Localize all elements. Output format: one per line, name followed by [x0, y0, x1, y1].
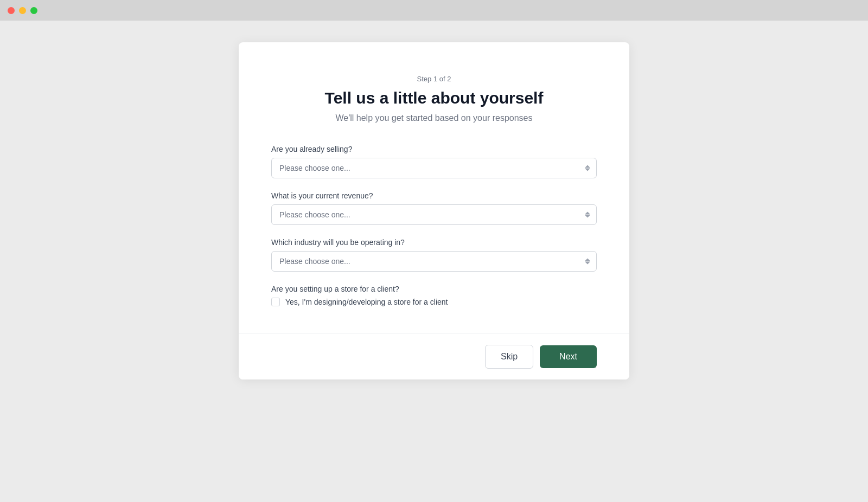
maximize-button[interactable] [30, 7, 37, 14]
industry-label: Which industry will you be operating in? [271, 238, 597, 247]
industry-select-wrapper: Please choose one... [271, 251, 597, 272]
client-checkbox-row: Yes, I'm designing/developing a store fo… [271, 298, 597, 306]
selling-select[interactable]: Please choose one... [271, 158, 597, 178]
skip-button[interactable]: Skip [485, 345, 533, 369]
selling-label: Are you already selling? [271, 145, 597, 153]
minimize-button[interactable] [19, 7, 26, 14]
next-button[interactable]: Next [540, 345, 597, 368]
revenue-group: What is your current revenue? Please cho… [271, 191, 597, 225]
industry-select[interactable]: Please choose one... [271, 251, 597, 272]
modal-footer: Skip Next [239, 333, 629, 379]
revenue-select[interactable]: Please choose one... [271, 204, 597, 225]
selling-group: Are you already selling? Please choose o… [271, 145, 597, 178]
client-section-label: Are you setting up a store for a client? [271, 285, 597, 293]
browser-content: Step 1 of 2 Tell us a little about yours… [0, 21, 868, 502]
modal-subtitle: We'll help you get started based on your… [271, 113, 597, 123]
industry-group: Which industry will you be operating in?… [271, 238, 597, 272]
client-checkbox-label[interactable]: Yes, I'm designing/developing a store fo… [285, 298, 448, 306]
selling-select-wrapper: Please choose one... [271, 158, 597, 178]
client-group: Are you setting up a store for a client?… [271, 285, 597, 306]
step-label: Step 1 of 2 [271, 75, 597, 83]
client-checkbox[interactable] [271, 298, 280, 306]
modal-body: Step 1 of 2 Tell us a little about yours… [239, 42, 629, 333]
modal-card: Step 1 of 2 Tell us a little about yours… [239, 42, 629, 379]
modal-title: Tell us a little about yourself [271, 88, 597, 108]
titlebar [0, 0, 868, 21]
revenue-select-wrapper: Please choose one... [271, 204, 597, 225]
revenue-label: What is your current revenue? [271, 191, 597, 200]
close-button[interactable] [8, 7, 15, 14]
